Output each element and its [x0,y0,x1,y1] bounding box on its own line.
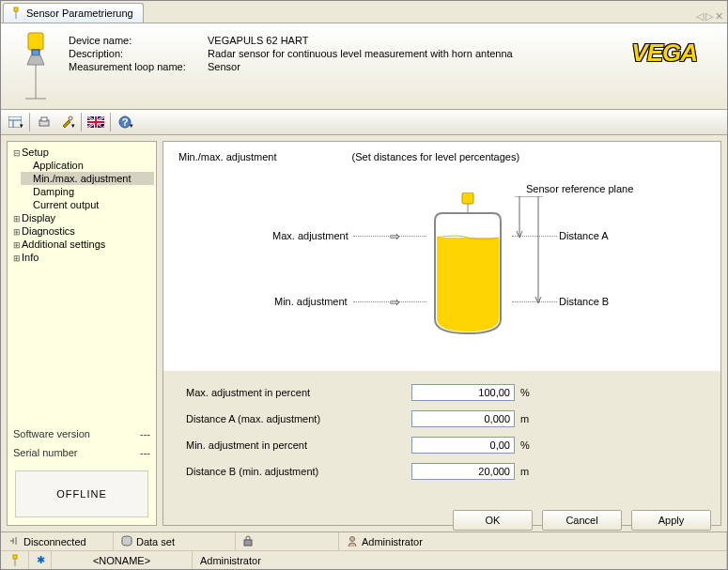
vega-logo: VEGA [631,31,716,68]
svg-rect-19 [462,193,473,204]
status-user-2: Administrator [193,551,727,569]
unit-label: % [520,439,543,451]
svg-rect-10 [41,117,47,121]
user-icon [347,535,358,548]
description-label: Description: [69,48,200,59]
device-image [12,31,59,101]
svg-rect-3 [32,50,39,55]
tank-diagram: Max. adjustment ⇨ Min. adjustment ⇨ Sens… [178,174,705,362]
status-dataset: Data set [114,532,236,550]
tab-close-icon[interactable]: ✕ [715,10,723,23]
svg-point-11 [69,116,72,120]
lock-icon [243,535,253,548]
min-percent-input[interactable] [411,437,515,454]
database-icon [121,535,132,548]
svg-text:?: ? [122,116,129,128]
distance-a-label: Distance A [559,230,609,241]
tree-damping[interactable]: Damping [21,185,154,198]
tree-diagnostics[interactable]: ⊞Diagnostics [9,224,154,238]
status-device-icon [1,551,29,569]
distance-b-label: Distance B [559,296,609,307]
ok-button[interactable]: OK [453,510,533,531]
status-project-name: <NONAME> [52,551,193,569]
unit-label: % [520,387,543,398]
svg-rect-27 [13,555,17,559]
svg-rect-25 [244,540,252,546]
max-percent-input[interactable] [411,384,515,401]
max-percent-label: Max. adjustment in percent [186,387,411,398]
device-name-label: Device name: [69,35,200,46]
connection-status: OFFLINE [15,470,148,517]
description-value: Radar sensor for continuous level measur… [208,48,513,59]
status-star: ✱ [29,551,52,569]
status-connection: Disconnected [1,532,114,550]
layout-button[interactable]: ▾ [5,112,25,132]
tree-application[interactable]: Application [21,159,154,172]
tree-current-output[interactable]: Current output [21,198,154,211]
min-adjustment-label: Min. adjustment [274,296,348,307]
tree-info[interactable]: ⊞Info [9,251,154,264]
parametrization-tab[interactable]: Sensor Parametrierung [3,3,144,23]
distance-a-input-label: Distance A (max. adjustment) [186,413,411,424]
tree-display[interactable]: ⊞Display [9,211,154,224]
max-adjustment-label: Max. adjustment [272,230,349,241]
tree-setup[interactable]: ⊟Setup [9,146,154,159]
tools-button[interactable]: ▾ [56,112,77,132]
svg-rect-2 [28,33,43,50]
help-button[interactable]: ?▾ [115,112,135,132]
distance-b-input[interactable] [411,463,515,480]
unit-label: m [520,413,543,424]
svg-rect-0 [14,8,18,11]
svg-point-26 [350,536,355,541]
unit-label: m [520,466,543,477]
print-button[interactable] [34,112,54,132]
distance-a-input[interactable] [411,410,515,427]
software-version-label: Software version [13,428,90,439]
tree-minmax-adjustment[interactable]: Min./max. adjustment [21,172,154,185]
status-empty [236,532,339,550]
plug-icon [8,535,20,548]
apply-button[interactable]: Apply [631,510,711,531]
sensor-icon [9,7,23,20]
reference-plane-label: Sensor reference plane [526,183,633,194]
nav-tree[interactable]: ⊟Setup Application Min./max. adjustment … [8,142,156,424]
loop-name-value: Sensor [208,61,513,72]
tab-next-icon[interactable]: ▷ [705,10,713,23]
loop-name-label: Measurement loop name: [69,61,200,72]
cancel-button[interactable]: Cancel [542,510,622,531]
serial-number-value: --- [140,447,150,458]
page-subtitle: (Set distances for level percentages) [352,151,520,162]
tab-prev-icon[interactable]: ◁ [696,10,704,23]
tab-label: Sensor Parametrierung [26,8,133,19]
device-name-value: VEGAPULS 62 HART [208,35,513,46]
serial-number-label: Serial number [13,447,77,458]
page-title: Min./max. adjustment [178,151,277,162]
min-percent-label: Min. adjustment in percent [186,439,411,451]
status-user: Administrator [339,532,727,550]
software-version-value: --- [140,428,150,439]
language-button[interactable]: ▾ [85,112,106,132]
tree-additional-settings[interactable]: ⊞Additional settings [9,238,154,251]
distance-b-input-label: Distance B (min. adjustment) [186,466,411,477]
